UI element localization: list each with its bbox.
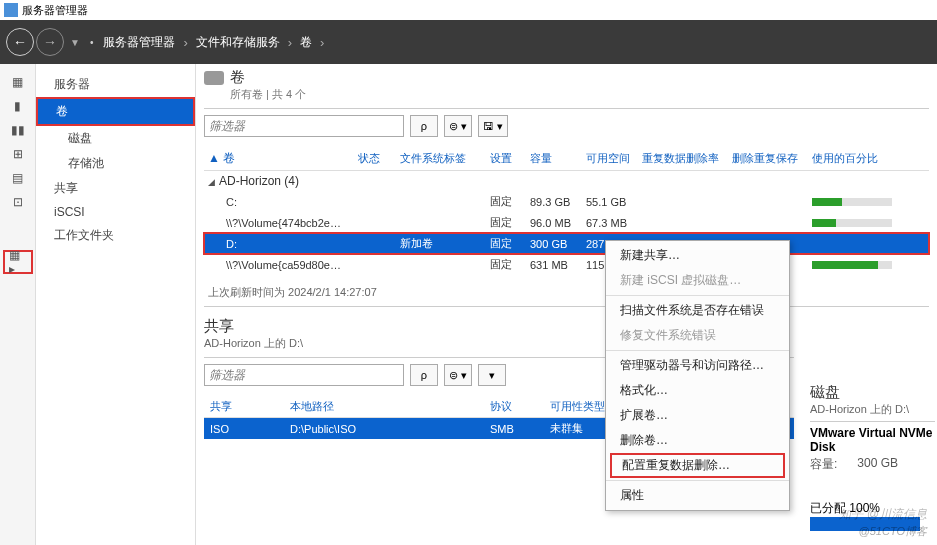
cm-configure-dedup[interactable]: 配置重复数据删除…	[610, 453, 785, 478]
sidebar-item-iscsi[interactable]: iSCSI	[36, 201, 195, 223]
cm-new-share[interactable]: 新建共享…	[606, 243, 789, 268]
breadcrumb-service[interactable]: 文件和存储服务	[196, 34, 280, 51]
usage-bar	[812, 219, 892, 227]
drive-icon	[204, 71, 224, 85]
disk-title: 磁盘	[810, 383, 935, 402]
addns-icon[interactable]: ⊡	[8, 194, 28, 210]
search-button[interactable]: ρ	[410, 115, 438, 137]
sidebar-item-workfolders[interactable]: 工作文件夹	[36, 223, 195, 248]
group-row[interactable]: ◢AD-Horizon (4)	[204, 171, 929, 192]
volumes-title: 卷	[230, 68, 245, 87]
nav-arrows: ← → ▼ •	[0, 28, 103, 56]
col-status[interactable]: 状态	[354, 147, 396, 171]
divider	[204, 108, 929, 109]
nav-bullet-icon: •	[90, 37, 94, 48]
sidebar-item-shares[interactable]: 共享	[36, 176, 195, 201]
back-button[interactable]: ←	[6, 28, 34, 56]
filter-options-button[interactable]: ⊜ ▾	[444, 115, 472, 137]
window-title: 服务器管理器	[22, 3, 88, 18]
cm-format[interactable]: 格式化…	[606, 378, 789, 403]
cm-separator	[606, 350, 789, 351]
col-capacity[interactable]: 容量	[526, 147, 582, 171]
cm-delete[interactable]: 删除卷…	[606, 428, 789, 453]
dashboard-icon[interactable]: ▦	[8, 74, 28, 90]
breadcrumb-volumes[interactable]: 卷	[300, 34, 312, 51]
usage-bar	[812, 261, 892, 269]
sidebar-item-volumes[interactable]: 卷	[38, 99, 193, 124]
storage-icon[interactable]: ⊞	[8, 146, 28, 162]
watermark: 知乎 @川流信息 @51CTO博客	[839, 498, 927, 539]
cm-repair-fs: 修复文件系统错误	[606, 323, 789, 348]
side-nav: 服务器 卷 磁盘 存储池 共享 iSCSI 工作文件夹	[36, 64, 196, 545]
table-row-selected[interactable]: D:新加卷 固定300 GB287 GB	[204, 233, 929, 254]
filter-input[interactable]	[204, 115, 404, 137]
col-path[interactable]: 本地路径	[284, 396, 484, 418]
sidebar-item-pools[interactable]: 存储池	[36, 151, 195, 176]
col-volume[interactable]: 卷	[223, 151, 235, 165]
save-query-button[interactable]: 🖫 ▾	[478, 115, 508, 137]
volumes-table: ▲ 卷 状态 文件系统标签 设置 容量 可用空间 重复数据删除率 删除重复保存 …	[204, 147, 929, 275]
cm-separator	[606, 295, 789, 296]
context-menu: 新建共享… 新建 iSCSI 虚拟磁盘… 扫描文件系统是否存在错误 修复文件系统…	[605, 240, 790, 511]
title-bar: 服务器管理器	[0, 0, 937, 20]
col-dedup-rate[interactable]: 重复数据删除率	[638, 147, 728, 171]
group-name: AD-Horizon (4)	[219, 174, 299, 188]
table-row[interactable]: \\?\Volume{ca59d80e… 固定631 MB115 MB	[204, 254, 929, 275]
chevron-right-icon: ›	[320, 35, 324, 50]
cm-scan-fs[interactable]: 扫描文件系统是否存在错误	[606, 298, 789, 323]
col-usage[interactable]: 使用的百分比	[808, 147, 929, 171]
col-setting[interactable]: 设置	[486, 147, 526, 171]
usage-bar	[812, 198, 892, 206]
all-servers-icon[interactable]: ▮▮	[8, 122, 28, 138]
content-area: ▦ ▮ ▮▮ ⊞ ▤ ⊡ ▦ ▸ 服务器 卷 磁盘 存储池 共享 iSCSI 工…	[0, 64, 937, 545]
filter-options-button[interactable]: ⊜ ▾	[444, 364, 472, 386]
chevron-right-icon: ›	[183, 35, 187, 50]
app-icon	[4, 3, 18, 17]
forward-button[interactable]: →	[36, 28, 64, 56]
divider	[810, 421, 935, 422]
last-refresh-text: 上次刷新时间为 2024/2/1 14:27:07	[208, 285, 929, 300]
col-protocol[interactable]: 协议	[484, 396, 544, 418]
disk-model: VMware Virtual NVMe Disk	[810, 426, 935, 454]
chevron-right-icon: ›	[288, 35, 292, 50]
cm-properties[interactable]: 属性	[606, 483, 789, 508]
col-share[interactable]: 共享	[204, 396, 284, 418]
cm-manage-letter[interactable]: 管理驱动器号和访问路径…	[606, 353, 789, 378]
col-dedup-saved[interactable]: 删除重复保存	[728, 147, 808, 171]
addc-icon[interactable]: ▤	[8, 170, 28, 186]
server-icon[interactable]: ▮	[8, 98, 28, 114]
table-header-row: ▲ 卷 状态 文件系统标签 设置 容量 可用空间 重复数据删除率 删除重复保存 …	[204, 147, 929, 171]
cm-separator	[606, 480, 789, 481]
disk-capacity: 容量:300 GB	[810, 456, 935, 473]
save-query-button[interactable]: ▾	[478, 364, 506, 386]
search-button[interactable]: ρ	[410, 364, 438, 386]
disk-subtitle: AD-Horizon 上的 D:\	[810, 402, 935, 417]
highlight-box: 卷	[36, 97, 195, 126]
volumes-subtitle: 所有卷 | 共 4 个	[230, 87, 929, 102]
col-free[interactable]: 可用空间	[582, 147, 638, 171]
filter-row: ρ ⊜ ▾ 🖫 ▾	[204, 115, 929, 137]
table-row[interactable]: C: 固定89.3 GB55.1 GB	[204, 191, 929, 212]
cm-new-iscsi: 新建 iSCSI 虚拟磁盘…	[606, 268, 789, 293]
breadcrumb: 服务器管理器 › 文件和存储服务 › 卷 ›	[103, 34, 324, 51]
volumes-header: 卷	[204, 68, 929, 87]
sidebar-item-disks[interactable]: 磁盘	[36, 126, 195, 151]
col-label[interactable]: 文件系统标签	[396, 147, 486, 171]
sidebar-item-servers[interactable]: 服务器	[36, 72, 195, 97]
divider	[204, 306, 929, 307]
breadcrumb-app[interactable]: 服务器管理器	[103, 34, 175, 51]
table-row[interactable]: \\?\Volume{474bcb2e… 固定96.0 MB67.3 MB	[204, 212, 929, 233]
nav-bar: ← → ▼ • 服务器管理器 › 文件和存储服务 › 卷 ›	[0, 20, 937, 64]
file-services-icon[interactable]: ▦ ▸	[3, 250, 33, 274]
icon-rail: ▦ ▮ ▮▮ ⊞ ▤ ⊡ ▦ ▸	[0, 64, 36, 545]
history-dropdown-icon[interactable]: ▼	[70, 37, 80, 48]
shares-filter-input[interactable]	[204, 364, 404, 386]
cm-extend[interactable]: 扩展卷…	[606, 403, 789, 428]
